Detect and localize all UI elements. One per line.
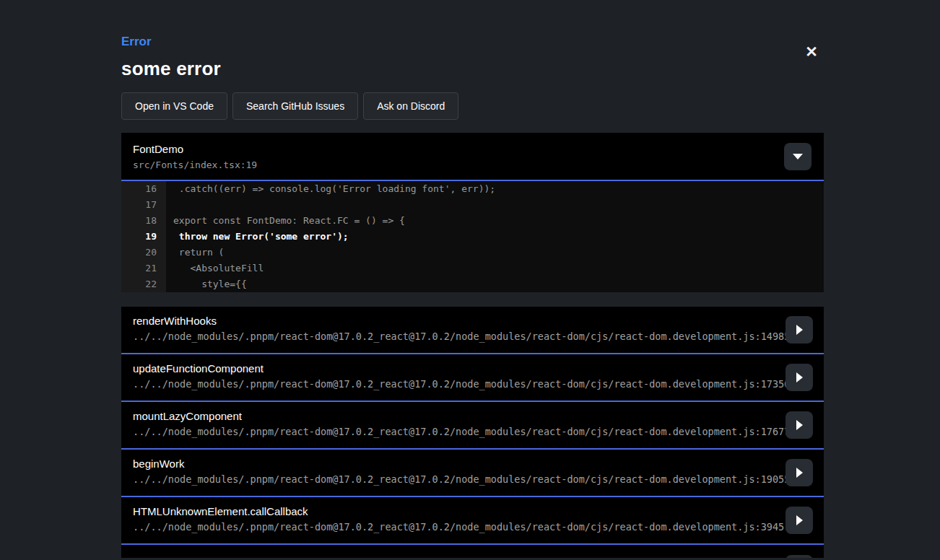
code-line: 22 style={{ <box>121 276 824 292</box>
stack-frame-row: mountLazyComponent ../../node_modules/.p… <box>121 402 824 450</box>
line-number: 20 <box>121 245 166 261</box>
line-number: 22 <box>121 276 166 292</box>
ask-on-discord-button[interactable]: Ask on Discord <box>363 92 458 120</box>
stack-frame-row-partial <box>121 545 824 558</box>
expand-frame-button[interactable] <box>785 507 813 534</box>
code-frame-header: FontDemo src/Fonts/index.tsx:19 <box>121 133 824 181</box>
expand-frame-button[interactable] <box>785 316 813 344</box>
stack-frame-row: renderWithHooks ../../node_modules/.pnpm… <box>121 307 824 354</box>
frame-function-name: updateFunctionComponent <box>133 354 824 375</box>
line-code <box>166 197 824 213</box>
action-buttons-row: Open in VS Code Search GitHub Issues Ask… <box>121 92 824 120</box>
frame-file-path: ../../node_modules/.pnpm/react-dom@17.0.… <box>133 473 824 485</box>
frame-file-path: ../../node_modules/.pnpm/react-dom@17.0.… <box>133 331 824 342</box>
line-code: .catch((err) => console.log('Error loadi… <box>166 181 824 197</box>
code-line-highlighted: 19 throw new Error('some error'); <box>121 229 824 245</box>
source-location: src/Fonts/index.tsx:19 <box>133 159 812 170</box>
stack-frame-row: HTMLUnknownElement.callCallback ../../no… <box>121 497 824 545</box>
chevron-right-icon <box>796 420 803 430</box>
line-number: 18 <box>121 213 166 229</box>
expand-frame-button[interactable] <box>785 411 813 439</box>
code-line: 18 export const FontDemo: React.FC = () … <box>121 213 824 229</box>
code-block: 16 .catch((err) => console.log('Error lo… <box>121 181 824 292</box>
chevron-down-icon <box>793 154 803 159</box>
stack-trace-list: renderWithHooks ../../node_modules/.pnpm… <box>121 307 824 558</box>
expand-frame-button[interactable] <box>785 555 813 558</box>
chevron-right-icon <box>796 325 803 335</box>
line-code: style={{ <box>166 276 824 292</box>
collapse-code-button[interactable] <box>784 143 811 170</box>
line-code: <AbsoluteFill <box>166 261 824 276</box>
line-code: export const FontDemo: React.FC = () => … <box>166 213 824 229</box>
error-message: some error <box>121 58 824 80</box>
frame-function-name: beginWork <box>133 450 824 470</box>
stack-frame-row: updateFunctionComponent ../../node_modul… <box>121 354 824 402</box>
code-line: 21 <AbsoluteFill <box>121 261 824 276</box>
expand-frame-button[interactable] <box>785 459 813 486</box>
frame-file-path: ../../node_modules/.pnpm/react-dom@17.0.… <box>133 521 824 533</box>
search-github-issues-button[interactable]: Search GitHub Issues <box>232 92 358 120</box>
component-name: FontDemo <box>133 143 812 155</box>
code-frame-panel: FontDemo src/Fonts/index.tsx:19 16 .catc… <box>121 133 824 292</box>
code-line: 20 return ( <box>121 245 824 261</box>
expand-frame-button[interactable] <box>785 364 813 391</box>
code-line: 17 <box>121 197 824 213</box>
line-number: 19 <box>121 229 166 245</box>
line-number: 16 <box>121 181 166 197</box>
line-code: return ( <box>166 245 824 261</box>
chevron-right-icon <box>796 468 803 478</box>
frame-file-path: ../../node_modules/.pnpm/react-dom@17.0.… <box>133 378 824 390</box>
frame-function-name: HTMLUnknownElement.callCallback <box>133 497 824 517</box>
frame-function-name: renderWithHooks <box>133 307 824 327</box>
code-line: 16 .catch((err) => console.log('Error lo… <box>121 181 824 197</box>
chevron-right-icon <box>796 515 803 525</box>
line-code: throw new Error('some error'); <box>166 229 824 245</box>
stack-frame-row: beginWork ../../node_modules/.pnpm/react… <box>121 450 824 497</box>
line-number: 21 <box>121 261 166 276</box>
chevron-right-icon <box>796 372 803 382</box>
frame-file-path: ../../node_modules/.pnpm/react-dom@17.0.… <box>133 426 824 437</box>
frame-function-name: mountLazyComponent <box>133 402 824 422</box>
open-in-vscode-button[interactable]: Open in VS Code <box>121 92 227 120</box>
error-overlay: Error some error Open in VS Code Search … <box>121 0 824 558</box>
line-number: 17 <box>121 197 166 213</box>
error-kind-label: Error <box>121 35 824 49</box>
